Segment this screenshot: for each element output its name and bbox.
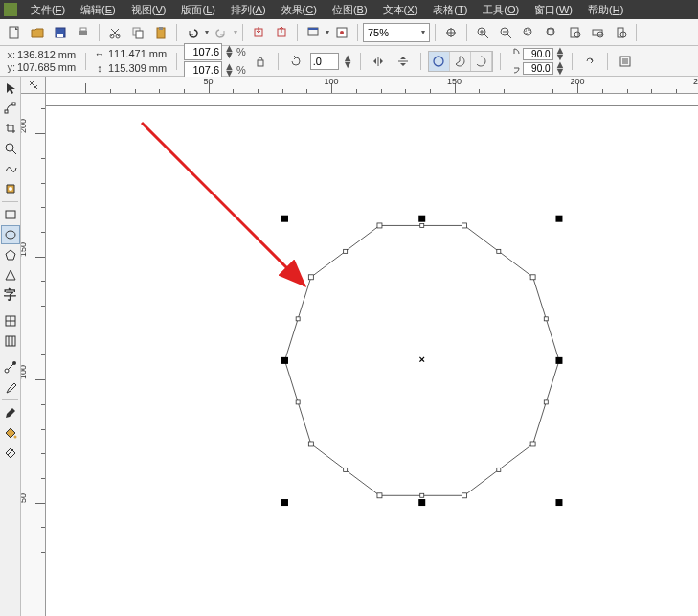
- node-handle[interactable]: [377, 493, 382, 498]
- node-handle[interactable]: [308, 275, 313, 280]
- zoom-height-button[interactable]: [610, 22, 631, 43]
- paste-button[interactable]: [150, 22, 171, 43]
- undo-drop-icon[interactable]: ▾: [205, 28, 209, 36]
- end-angle[interactable]: ▲▼: [507, 61, 566, 75]
- spinner[interactable]: ▲▼: [224, 45, 235, 58]
- node-handle[interactable]: [377, 223, 382, 228]
- outline-tool[interactable]: [1, 403, 20, 422]
- crop-tool[interactable]: [1, 119, 20, 138]
- midpoint-handle[interactable]: [544, 317, 548, 321]
- selection-handle[interactable]: [281, 216, 288, 222]
- freehand-tool[interactable]: [1, 159, 20, 178]
- midpoint-handle[interactable]: [296, 400, 300, 404]
- node-handle[interactable]: [462, 493, 466, 498]
- redo-button[interactable]: [211, 22, 232, 43]
- mirror-v-button[interactable]: [393, 51, 414, 72]
- midpoint-handle[interactable]: [497, 468, 501, 471]
- spinner[interactable]: ▲▼: [555, 61, 566, 75]
- zoom-page-button[interactable]: [564, 22, 585, 43]
- open-button[interactable]: [27, 22, 48, 43]
- menu-arrange[interactable]: 排列(A): [225, 1, 272, 19]
- node-handle[interactable]: [308, 442, 313, 446]
- node-handle[interactable]: [530, 442, 535, 446]
- redo-drop-icon[interactable]: ▾: [234, 28, 237, 36]
- midpoint-handle[interactable]: [344, 249, 348, 253]
- menu-effects[interactable]: 效果(C): [276, 1, 323, 19]
- table-tool[interactable]: [1, 311, 20, 331]
- export-button[interactable]: [271, 22, 292, 43]
- zoom-out-button[interactable]: [495, 22, 516, 43]
- arc-mode-button[interactable]: [471, 52, 492, 71]
- midpoint-handle[interactable]: [497, 249, 501, 253]
- smart-fill-tool[interactable]: [1, 179, 20, 198]
- center-marker[interactable]: ×: [419, 354, 425, 365]
- text-tool[interactable]: 字: [1, 285, 20, 305]
- end-angle-input[interactable]: [523, 62, 553, 75]
- pick-tool[interactable]: [1, 79, 20, 98]
- fill-tool[interactable]: [1, 423, 20, 443]
- midpoint-handle[interactable]: [420, 493, 424, 497]
- zoom-select[interactable]: 75%: [363, 23, 430, 42]
- zoom-all-button[interactable]: [541, 22, 562, 43]
- menu-edit[interactable]: 编辑(E): [75, 1, 122, 19]
- zoom-selection-button[interactable]: [518, 22, 539, 43]
- app-launcher-button[interactable]: [303, 22, 324, 43]
- menu-file[interactable]: 文件(F): [25, 1, 71, 19]
- object-height[interactable]: ↕ 115.309 mm: [93, 61, 169, 75]
- selection-handle[interactable]: [555, 216, 562, 222]
- selection-handle[interactable]: [555, 499, 562, 506]
- print-button[interactable]: [73, 22, 94, 43]
- basic-shapes-tool[interactable]: [1, 265, 20, 285]
- scale-x[interactable]: ▲▼ %: [184, 43, 246, 60]
- dimension-tool[interactable]: [1, 331, 20, 351]
- rotation-input[interactable]: [310, 53, 339, 70]
- midpoint-handle[interactable]: [344, 468, 348, 471]
- cut-button[interactable]: [104, 22, 125, 43]
- selection-handle[interactable]: [418, 216, 425, 222]
- drawing-canvas[interactable]: ×: [46, 94, 698, 616]
- mirror-h-button[interactable]: [368, 51, 389, 72]
- menu-layout[interactable]: 版面(L): [175, 1, 220, 19]
- node-handle[interactable]: [530, 275, 535, 280]
- pie-mode-button[interactable]: [450, 52, 471, 71]
- node-handle[interactable]: [462, 223, 466, 228]
- selection-handle[interactable]: [418, 499, 425, 506]
- object-width[interactable]: ↔ 111.471 mm: [93, 47, 169, 60]
- zoom-tool[interactable]: [1, 139, 20, 158]
- interactive-fill-tool[interactable]: [1, 444, 20, 463]
- direction-button[interactable]: [579, 51, 600, 72]
- lock-ratio-button[interactable]: [250, 51, 271, 72]
- spinner[interactable]: ▲▼: [343, 55, 353, 68]
- import-button[interactable]: [248, 22, 269, 43]
- wrap-button[interactable]: [615, 51, 636, 72]
- snap-button[interactable]: [440, 22, 462, 43]
- ruler-vertical[interactable]: 20015010050: [21, 94, 46, 616]
- shape-tool[interactable]: [1, 99, 20, 118]
- menu-bitmap[interactable]: 位图(B): [326, 1, 373, 19]
- menu-text[interactable]: 文本(X): [377, 1, 424, 19]
- rectangle-tool[interactable]: [1, 205, 20, 224]
- ellipse-tool[interactable]: [1, 225, 20, 244]
- midpoint-handle[interactable]: [420, 223, 424, 227]
- spinner[interactable]: ▲▼: [224, 63, 235, 77]
- ruler-corner[interactable]: [21, 77, 46, 94]
- launcher-drop-icon[interactable]: ▾: [326, 28, 329, 36]
- menu-window[interactable]: 窗口(W): [529, 1, 578, 19]
- selection-handle[interactable]: [281, 357, 288, 364]
- scale-x-input[interactable]: [184, 43, 222, 60]
- undo-button[interactable]: [182, 22, 203, 43]
- new-button[interactable]: [4, 22, 25, 43]
- menu-tools[interactable]: 工具(O): [477, 1, 525, 19]
- start-angle-input[interactable]: [523, 48, 553, 60]
- ruler-horizontal[interactable]: 50100150200250: [46, 77, 698, 94]
- selection-handle[interactable]: [281, 499, 288, 506]
- blend-tool[interactable]: [1, 357, 20, 376]
- copy-button[interactable]: [127, 22, 148, 43]
- welcome-button[interactable]: [331, 22, 352, 43]
- selection-handle[interactable]: [555, 357, 562, 364]
- menu-help[interactable]: 帮助(H): [582, 1, 629, 19]
- midpoint-handle[interactable]: [544, 400, 548, 404]
- polygon-tool[interactable]: [1, 245, 20, 264]
- zoom-width-button[interactable]: [587, 22, 608, 43]
- eyedropper-tool[interactable]: [1, 377, 20, 397]
